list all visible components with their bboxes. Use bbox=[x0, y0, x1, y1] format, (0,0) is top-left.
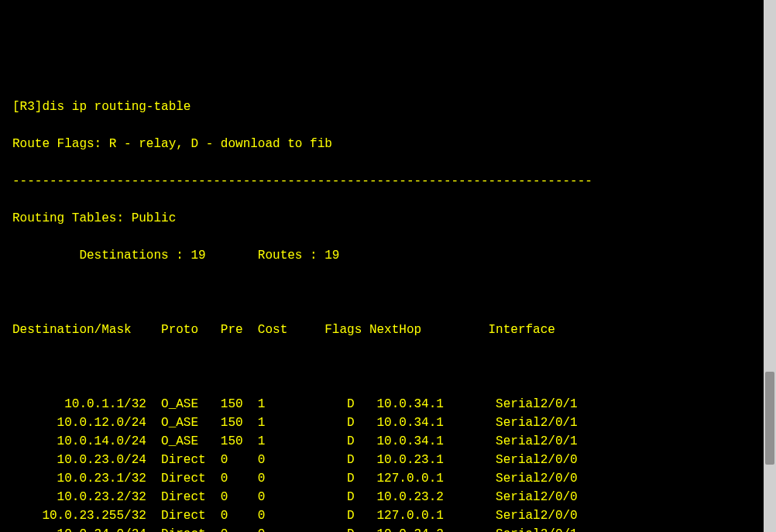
table-title: Routing Tables: Public bbox=[12, 209, 771, 228]
blank-line bbox=[12, 283, 771, 302]
table-row: 10.0.23.0/24 Direct 0 0 D 10.0.23.1 Seri… bbox=[12, 451, 771, 469]
table-row: 10.0.1.1/32 O_ASE 150 1 D 10.0.34.1 Seri… bbox=[12, 395, 771, 414]
table-row: 10.0.34.0/24 Direct 0 0 D 10.0.34.2 Seri… bbox=[12, 525, 771, 532]
table-row: 10.0.23.1/32 Direct 0 0 D 127.0.0.1 Seri… bbox=[12, 469, 771, 488]
column-headers: Destination/Mask Proto Pre Cost Flags Ne… bbox=[12, 321, 771, 339]
scrollbar-thumb[interactable] bbox=[765, 372, 774, 465]
table-row: 10.0.14.0/24 O_ASE 150 1 D 10.0.34.1 Ser… bbox=[12, 432, 771, 451]
table-row: 10.0.12.0/24 O_ASE 150 1 D 10.0.34.1 Ser… bbox=[12, 414, 771, 432]
command-line: [R3]dis ip routing-table bbox=[12, 98, 771, 116]
separator-line: ----------------------------------------… bbox=[12, 172, 771, 190]
terminal-output[interactable]: [R3]dis ip routing-table Route Flags: R … bbox=[12, 79, 771, 532]
table-row: 10.0.23.2/32 Direct 0 0 D 10.0.23.2 Seri… bbox=[12, 488, 771, 506]
route-flags-line: Route Flags: R - relay, D - download to … bbox=[12, 135, 771, 153]
table-row: 10.0.23.255/32 Direct 0 0 D 127.0.0.1 Se… bbox=[12, 506, 771, 525]
blank-line bbox=[12, 358, 771, 376]
routes-list: 10.0.1.1/32 O_ASE 150 1 D 10.0.34.1 Seri… bbox=[12, 395, 771, 532]
summary-line: Destinations : 19 Routes : 19 bbox=[12, 246, 771, 265]
scrollbar-track[interactable] bbox=[764, 0, 776, 532]
